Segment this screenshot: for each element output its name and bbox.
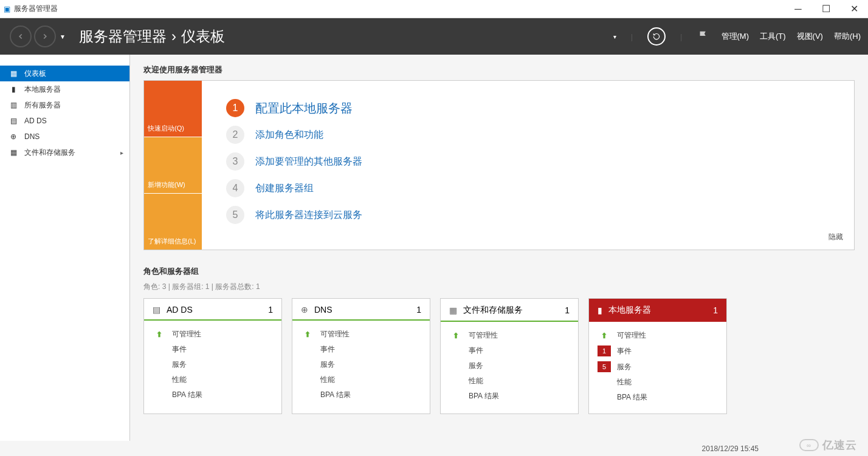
breadcrumb-parent[interactable]: 服务器管理器 — [79, 27, 167, 46]
step-text: 配置此本地服务器 — [255, 100, 353, 117]
up-arrow-icon: ⬆ — [153, 330, 166, 339]
tile-row-label: 服务 — [617, 362, 632, 372]
sidebar-item-adds[interactable]: ▤ AD DS — [0, 113, 129, 129]
tile-row-label: 性能 — [172, 375, 187, 385]
dns-icon: ⊕ — [9, 132, 18, 141]
role-tile-adds[interactable]: ▤ AD DS 1 ⬆可管理性 事件 服务 性能 BPA 结果 — [143, 298, 282, 414]
all-servers-icon: ▥ — [9, 101, 18, 109]
breadcrumb-separator-icon: › — [171, 28, 176, 45]
app-icon: ▣ — [4, 5, 10, 13]
tile-title: AD DS — [167, 305, 193, 315]
quickstart-tab[interactable]: 快速启动(Q) — [144, 81, 202, 137]
hide-link[interactable]: 隐藏 — [828, 232, 843, 242]
tile-row-label: BPA 结果 — [320, 390, 351, 400]
menu-tools[interactable]: 工具(T) — [760, 31, 786, 42]
step-number: 2 — [226, 126, 244, 144]
nav-arrows: ▼ — [10, 26, 66, 47]
step-number: 4 — [226, 179, 244, 197]
sidebar-item-file-storage[interactable]: ▦ 文件和存储服务 ▸ — [0, 145, 129, 160]
tile-row-label: 事件 — [617, 346, 632, 356]
sidebar-item-label: 仪表板 — [24, 69, 46, 79]
tile-row-label: 可管理性 — [617, 330, 646, 341]
sidebar-item-label: 本地服务器 — [24, 84, 61, 95]
flag-icon[interactable] — [697, 30, 711, 43]
tile-count: 1 — [416, 305, 421, 315]
title-bar: ▣ 服务器管理器 ─ ☐ ✕ — [0, 0, 868, 18]
minimize-button[interactable]: ─ — [784, 0, 812, 18]
roles-section-title: 角色和服务器组 — [143, 266, 855, 277]
sidebar: ▦ 仪表板 ▮ 本地服务器 ▥ 所有服务器 ▤ AD DS ⊕ DNS ▦ 文件… — [0, 55, 130, 441]
menu-manage[interactable]: 管理(M) — [722, 31, 749, 42]
dashboard-icon: ▦ — [9, 69, 18, 78]
tile-title: 文件和存储服务 — [463, 305, 523, 316]
sidebar-item-label: 所有服务器 — [24, 100, 61, 111]
tile-row-label: 服务 — [469, 361, 483, 371]
watermark-icon: ∞ — [799, 439, 819, 451]
quick-step-2[interactable]: 2 添加角色和功能 — [226, 126, 830, 144]
status-bar: 2018/12/29 15:45 — [0, 441, 868, 456]
welcome-section-title: 欢迎使用服务器管理器 — [143, 64, 855, 75]
whatsnew-tab[interactable]: 新增功能(W) — [144, 137, 202, 193]
alert-badge: 1 — [598, 345, 611, 356]
watermark: ∞ 亿速云 — [799, 438, 857, 452]
tile-row-label: 事件 — [469, 345, 483, 356]
role-tile-dns[interactable]: ⊕ DNS 1 ⬆可管理性 事件 服务 性能 BPA 结果 — [292, 298, 430, 414]
sidebar-item-label: DNS — [24, 132, 40, 141]
back-button[interactable] — [10, 26, 32, 47]
tile-row-label: 服务 — [320, 359, 335, 370]
up-arrow-icon: ⬆ — [598, 332, 611, 340]
quick-step-3[interactable]: 3 添加要管理的其他服务器 — [226, 152, 830, 171]
step-number: 3 — [226, 152, 244, 171]
forward-button[interactable] — [34, 26, 56, 47]
learnmore-tab-label: 了解详细信息(L) — [148, 237, 196, 246]
app-title: 服务器管理器 — [14, 4, 58, 14]
up-arrow-icon: ⬆ — [301, 330, 314, 339]
role-tile-file-storage[interactable]: ▦ 文件和存储服务 1 ⬆可管理性 事件 服务 性能 BPA 结果 — [440, 298, 579, 414]
tile-row-label: 事件 — [172, 344, 187, 355]
tile-row-label: BPA 结果 — [172, 390, 202, 400]
quick-step-1[interactable]: 1 配置此本地服务器 — [226, 99, 830, 117]
dns-icon: ⊕ — [301, 305, 308, 315]
tile-row-label: 服务 — [172, 359, 187, 370]
chevron-right-icon: ▸ — [120, 149, 123, 156]
menu-view[interactable]: 视图(V) — [797, 31, 823, 42]
quick-step-4[interactable]: 4 创建服务器组 — [226, 179, 830, 197]
tile-row-label: 性能 — [469, 376, 483, 386]
close-button[interactable]: ✕ — [840, 0, 868, 18]
step-text: 添加角色和功能 — [255, 129, 323, 141]
content-area: 欢迎使用服务器管理器 快速启动(Q) 新增功能(W) 了解详细信息(L) 1 配… — [130, 55, 868, 441]
quick-step-5[interactable]: 5 将此服务器连接到云服务 — [226, 206, 830, 224]
step-text: 创建服务器组 — [255, 182, 314, 195]
adds-icon: ▤ — [153, 305, 160, 315]
breadcrumb: 服务器管理器 › 仪表板 — [79, 27, 225, 46]
status-datetime: 2018/12/29 15:45 — [702, 444, 759, 453]
roles-subtitle: 角色: 3 | 服务器组: 1 | 服务器总数: 1 — [143, 282, 855, 292]
tile-title: 本地服务器 — [608, 305, 651, 316]
refresh-button[interactable] — [647, 27, 666, 46]
sidebar-item-local-server[interactable]: ▮ 本地服务器 — [0, 81, 129, 97]
tile-row-label: 可管理性 — [172, 329, 201, 339]
sidebar-item-dns[interactable]: ⊕ DNS — [0, 129, 129, 145]
breadcrumb-current: 仪表板 — [181, 27, 225, 46]
menu-help[interactable]: 帮助(H) — [834, 31, 861, 42]
alert-badge: 5 — [598, 361, 611, 372]
learnmore-tab[interactable]: 了解详细信息(L) — [144, 193, 202, 250]
nav-dropdown-icon[interactable]: ▼ — [60, 33, 66, 40]
sidebar-item-label: AD DS — [24, 117, 47, 125]
tile-row-label: 性能 — [320, 375, 335, 385]
quickstart-tab-label: 快速启动(Q) — [148, 124, 184, 133]
step-number: 1 — [226, 99, 244, 117]
sidebar-item-label: 文件和存储服务 — [24, 148, 75, 158]
sidebar-item-dashboard[interactable]: ▦ 仪表板 — [0, 66, 129, 81]
tile-title: DNS — [314, 305, 332, 315]
maximize-button[interactable]: ☐ — [812, 0, 840, 18]
tile-row-label: 可管理性 — [469, 330, 498, 341]
adds-icon: ▤ — [9, 117, 18, 125]
sidebar-item-all-servers[interactable]: ▥ 所有服务器 — [0, 97, 129, 113]
tile-row-label: 事件 — [320, 344, 335, 355]
whatsnew-tab-label: 新增功能(W) — [148, 180, 185, 189]
up-arrow-icon: ⬆ — [449, 332, 463, 340]
role-tile-local-server[interactable]: ▮ 本地服务器 1 ⬆可管理性 1事件 5服务 性能 BPA 结果 — [588, 298, 727, 414]
step-number: 5 — [226, 206, 244, 224]
dropdown-indicator-icon[interactable]: ▾ — [613, 33, 616, 40]
